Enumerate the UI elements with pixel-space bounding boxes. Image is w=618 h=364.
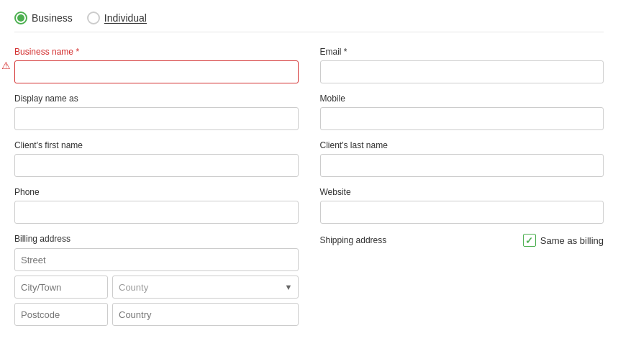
mobile-field: Mobile: [320, 94, 604, 130]
same-as-billing-label: Same as billing: [540, 235, 604, 246]
billing-postcode-country-row: [14, 303, 299, 326]
shipping-address-header: Shipping address ✓ Same as billing: [320, 234, 604, 247]
billing-county-wrapper: County ▼: [112, 276, 299, 299]
shipping-address-label: Shipping address: [320, 235, 387, 245]
checkmark-icon: ✓: [525, 235, 533, 246]
display-name-input[interactable]: [14, 107, 299, 130]
mobile-input[interactable]: [320, 107, 604, 130]
last-name-input[interactable]: [320, 154, 604, 177]
email-input[interactable]: [320, 60, 604, 83]
email-field: Email *: [320, 47, 604, 83]
form-grid: ⚠ Business name * Display name as Client…: [14, 47, 604, 336]
billing-country-input[interactable]: [112, 303, 299, 326]
same-as-billing-group: ✓ Same as billing: [523, 234, 604, 247]
business-name-field: ⚠ Business name *: [14, 47, 299, 83]
business-radio-label: Business: [32, 12, 73, 24]
first-name-input[interactable]: [14, 154, 299, 177]
business-name-wrapper: ⚠ Business name *: [14, 47, 299, 83]
phone-input[interactable]: [14, 201, 299, 224]
website-input[interactable]: [320, 201, 604, 224]
display-name-label: Display name as: [14, 94, 299, 104]
billing-city-county-row: County ▼: [14, 276, 299, 299]
billing-city-input[interactable]: [14, 276, 108, 299]
phone-field: Phone: [14, 187, 299, 224]
error-icon: ⚠: [1, 60, 11, 71]
first-name-field: Client's first name: [14, 140, 299, 177]
billing-address-label: Billing address: [14, 234, 299, 244]
email-label: Email *: [320, 47, 604, 57]
right-column: Email * Mobile Client's last name Websit…: [320, 47, 604, 336]
left-column: ⚠ Business name * Display name as Client…: [14, 47, 299, 336]
individual-radio-button[interactable]: [87, 12, 100, 24]
client-type-radio-group: Business Individual: [14, 12, 604, 32]
billing-county-select[interactable]: County: [112, 276, 299, 299]
billing-street-input[interactable]: [14, 248, 299, 271]
shipping-address-section: Shipping address ✓ Same as billing: [320, 234, 604, 251]
last-name-label: Client's last name: [320, 140, 604, 150]
billing-address-section: Billing address County ▼: [14, 234, 299, 326]
first-name-label: Client's first name: [14, 140, 299, 150]
business-radio-button[interactable]: [14, 12, 27, 24]
website-label: Website: [320, 187, 604, 197]
website-field: Website: [320, 187, 604, 224]
business-name-input[interactable]: [14, 60, 299, 83]
same-as-billing-checkbox[interactable]: ✓: [523, 234, 536, 247]
phone-label: Phone: [14, 187, 299, 197]
individual-radio-option[interactable]: Individual: [87, 12, 147, 24]
individual-radio-label: Individual: [104, 12, 147, 24]
billing-postcode-input[interactable]: [14, 303, 108, 326]
display-name-field: Display name as: [14, 94, 299, 130]
mobile-label: Mobile: [320, 94, 604, 104]
business-radio-option[interactable]: Business: [14, 12, 73, 24]
last-name-field: Client's last name: [320, 140, 604, 177]
business-name-label: Business name *: [14, 47, 299, 57]
